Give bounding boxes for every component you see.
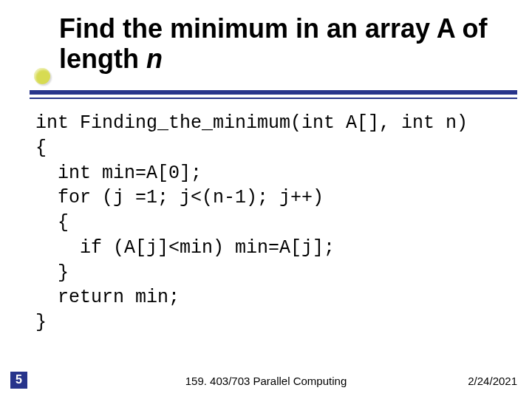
code-line: if (A[j]<min) min=A[j]; xyxy=(35,237,335,259)
code-line: int min=A[0]; xyxy=(35,163,202,184)
footer-date: 2/24/2021 xyxy=(468,375,517,387)
title-line2-prefix: length xyxy=(59,44,146,74)
slide-title: Find the minimum in an array A of length… xyxy=(59,13,510,75)
footer-course: 159. 403/703 Parallel Computing xyxy=(0,375,532,387)
rule-thin xyxy=(30,98,517,99)
slide: Find the minimum in an array A of length… xyxy=(0,0,532,399)
title-line2-ital: n xyxy=(146,44,163,74)
code-line: return min; xyxy=(35,287,180,308)
code-line: } xyxy=(35,312,47,333)
title-underline xyxy=(30,90,517,99)
code-line: for (j =1; j<(n-1); j++) xyxy=(35,187,324,208)
title-line1: Find the minimum in an array A of xyxy=(59,13,487,44)
code-line: { xyxy=(35,212,69,233)
code-line: { xyxy=(35,137,47,159)
code-block: int Finding_the_minimum(int A[], int n) … xyxy=(35,111,510,335)
code-line: int Finding_the_minimum(int A[], int n) xyxy=(35,112,468,134)
code-line: } xyxy=(35,262,69,284)
footer: 5 159. 403/703 Parallel Computing 2/24/2… xyxy=(0,371,532,389)
rule-thick xyxy=(30,90,517,95)
bullet-dot-icon xyxy=(34,68,50,84)
